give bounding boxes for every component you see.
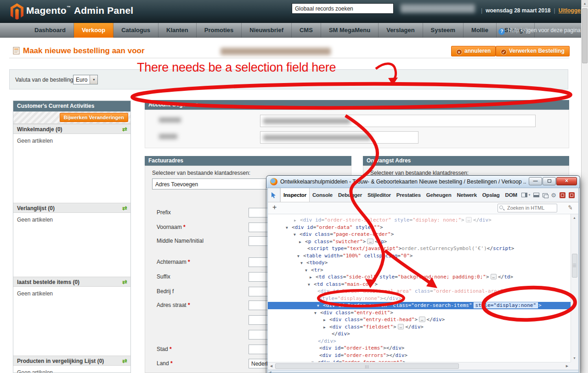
- refresh-icon[interactable]: ⇄: [122, 277, 127, 287]
- nav-item-nieuwsbrief[interactable]: Nieuwsbrief: [242, 23, 292, 38]
- code-line[interactable]: ▶<div id="order-store-selector" style="d…: [268, 217, 571, 224]
- code-line[interactable]: ▼<div class="entry-edit">: [268, 309, 571, 317]
- tab-geheugen[interactable]: Geheugen: [424, 188, 454, 202]
- close-button[interactable]: ×: [556, 177, 577, 185]
- code-line[interactable]: ▼<td class="main-col">: [268, 281, 571, 288]
- nav-item-cms[interactable]: CMS: [292, 23, 321, 38]
- sidebar-section-header[interactable]: Winkelmandje (0)⇄: [13, 124, 130, 134]
- tab-console[interactable]: Console: [310, 188, 335, 202]
- code-line[interactable]: ▼<div id="order-form_account">: [268, 359, 571, 362]
- tab-netwerk[interactable]: Netwerk: [454, 188, 479, 202]
- expand-arrow-icon[interactable]: ▼: [308, 281, 310, 289]
- nav-item-sm-megamenu[interactable]: SM MegaMenu: [321, 23, 379, 38]
- devtools-breadcrumb-bar[interactable]: ◀: [268, 370, 578, 373]
- nav-item-verkoop[interactable]: Verkoop: [74, 23, 113, 38]
- nav-item-dashboard[interactable]: Dashboard: [27, 23, 74, 38]
- nav-item-promoties[interactable]: Promoties: [197, 23, 242, 38]
- nav-item-klanten[interactable]: Klanten: [158, 23, 197, 38]
- page-scroll-thumb[interactable]: [582, 8, 588, 63]
- tab-dom[interactable]: DOM: [503, 188, 520, 202]
- sidebar-section-header[interactable]: Verlanglijst (0)⇄: [13, 203, 130, 213]
- expand-arrow-icon[interactable]: ▶: [323, 324, 326, 331]
- expand-arrow-icon[interactable]: ▼: [297, 253, 300, 260]
- expand-arrow-icon[interactable]: ▶: [323, 317, 326, 324]
- devtools-titlebar[interactable]: Ontwikkelaarshulpmiddelen - Trouw- & Geb…: [266, 176, 580, 188]
- code-line[interactable]: style="display:none"></div>: [268, 295, 571, 302]
- submit-order-button[interactable]: ✓Verwerken Bestelling: [496, 46, 570, 56]
- element-picker-icon[interactable]: [268, 188, 280, 202]
- code-line[interactable]: <div id="order-additional_area" class="o…: [268, 288, 571, 295]
- code-line[interactable]: ▼<tr>: [268, 267, 571, 274]
- tab-inspector[interactable]: Inspector: [280, 188, 310, 202]
- expand-arrow-icon[interactable]: ▼: [294, 231, 296, 239]
- code-line[interactable]: ▼<div id="order-data" style="">: [268, 224, 571, 231]
- nav-item-catalogus[interactable]: Catalogus: [113, 23, 158, 38]
- account-name-input[interactable]: [260, 115, 536, 127]
- code-line[interactable]: ▶<div class="entry-edit-head">…</div>: [268, 316, 571, 323]
- scroll-up-icon[interactable]: ▲: [582, 0, 588, 7]
- eyedropper-icon[interactable]: ✎: [567, 204, 573, 212]
- expand-arrow-icon[interactable]: ▼: [314, 310, 317, 317]
- cancel-button[interactable]: ×annuleren: [451, 46, 496, 56]
- expand-arrow-icon[interactable]: ▼: [300, 260, 303, 267]
- tab-debugger[interactable]: Debugger: [335, 188, 365, 202]
- account-label-blurred: [159, 117, 181, 122]
- code-line[interactable]: <div id="order-errors"></div>: [268, 352, 571, 359]
- nav-item-systeem[interactable]: Systeem: [423, 23, 464, 38]
- settings-gear-icon[interactable]: ⚙: [551, 192, 556, 198]
- expand-arrow-icon[interactable]: ▶: [299, 239, 301, 246]
- nav-item-verslagen[interactable]: Verslagen: [379, 23, 423, 38]
- page-scrollbar[interactable]: ▲: [581, 0, 588, 373]
- minimize-button[interactable]: —: [529, 177, 542, 185]
- code-line[interactable]: </div>: [268, 338, 571, 345]
- caret-down-icon[interactable]: ▾: [529, 193, 531, 197]
- code-line[interactable]: ▼<table width="100%" cellspacing="0">: [268, 252, 571, 260]
- scroll-down-icon[interactable]: ▼: [571, 355, 578, 362]
- logout-link[interactable]: Uitloggen: [559, 7, 584, 14]
- account-email-input[interactable]: [260, 131, 418, 144]
- tab-opslag[interactable]: Opslag: [480, 188, 503, 202]
- horizontal-scroll-thumb[interactable]: |||: [275, 363, 459, 369]
- code-line[interactable]: <div id="order-items"></div>: [268, 345, 571, 352]
- separate-window-icon[interactable]: [543, 193, 548, 197]
- expand-arrow-icon[interactable]: ▶: [294, 217, 296, 224]
- help-link[interactable]: ?Hulp krijgen voor deze pagina: [498, 23, 581, 38]
- code-line[interactable]: ▶<p class="switcher">…</p>: [268, 238, 571, 245]
- refresh-icon[interactable]: ⇄: [122, 203, 127, 213]
- refresh-icon[interactable]: ⇄: [122, 356, 127, 366]
- expand-arrow-icon[interactable]: ▶: [310, 274, 312, 281]
- expand-arrow-icon[interactable]: ▼: [305, 267, 307, 274]
- nav-item-mollie[interactable]: Mollie: [464, 23, 497, 38]
- split-console-icon[interactable]: [533, 193, 539, 197]
- code-line[interactable]: <script type="text/javascript">order.set…: [268, 245, 571, 252]
- tab-stijleditor[interactable]: Stijleditor: [365, 188, 394, 202]
- tab-prestaties[interactable]: Prestaties: [394, 188, 424, 202]
- dock-side-icon[interactable]: [521, 193, 527, 197]
- devtools-horizontal-scrollbar[interactable]: ◀ ||| ▶: [268, 362, 571, 370]
- refresh-icon[interactable]: ⇄: [122, 124, 127, 134]
- sidebar-section-header[interactable]: laatst bestelde items (0)⇄: [13, 277, 130, 287]
- code-line[interactable]: </div>: [268, 330, 571, 338]
- update-changes-button[interactable]: Bijwerken Veranderingen: [60, 113, 128, 122]
- expand-arrow-icon[interactable]: ▼: [317, 302, 319, 310]
- devtools-search[interactable]: [498, 204, 557, 212]
- devtools-vertical-scrollbar[interactable]: ▲ ||| ▼: [571, 214, 578, 362]
- global-search-input[interactable]: [292, 3, 394, 14]
- code-line[interactable]: ▼<div class="page-create-order">: [268, 231, 571, 238]
- scroll-right-icon[interactable]: ▶: [564, 362, 571, 370]
- sidebar-section-header[interactable]: Producten in vergelijking Lijst (0)⇄: [13, 356, 130, 366]
- code-line[interactable]: ▼<tbody>: [268, 259, 571, 267]
- vertical-scroll-thumb[interactable]: |||: [572, 254, 577, 278]
- code-line[interactable]: ▼<div id="order-search" class="order-sea…: [268, 302, 571, 309]
- scroll-up-icon[interactable]: ▲: [571, 214, 578, 222]
- code-line[interactable]: ▶<div class="fieldset">…</div>: [268, 323, 571, 331]
- currency-select[interactable]: Euro ▼: [73, 75, 98, 84]
- scroll-left-icon[interactable]: ◀: [268, 362, 275, 370]
- expand-arrow-icon[interactable]: ▼: [286, 224, 288, 232]
- code-line[interactable]: ▶<td class="side-col" style="background:…: [268, 273, 571, 281]
- add-node-button[interactable]: +: [272, 203, 277, 212]
- close-devtools-icon[interactable]: [569, 192, 575, 198]
- devtools-search-input[interactable]: [506, 205, 554, 211]
- dock-bottom-icon[interactable]: [560, 192, 565, 198]
- maximize-button[interactable]: [543, 177, 556, 185]
